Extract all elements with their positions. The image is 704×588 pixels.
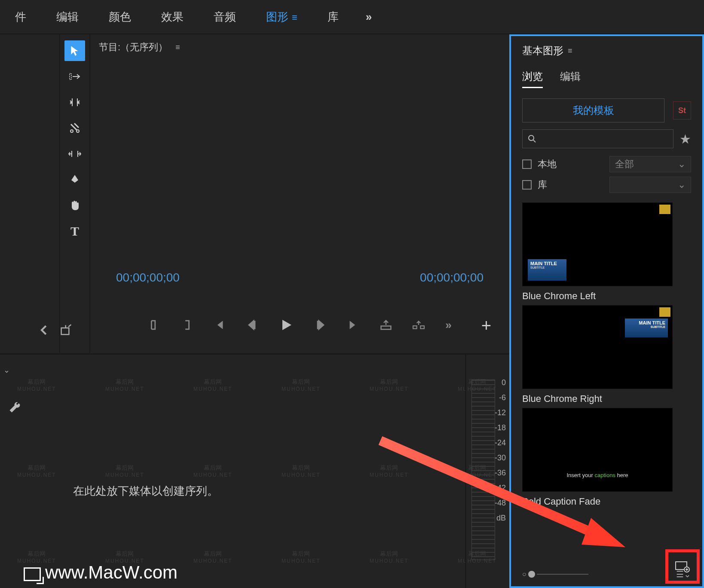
- monitor-icon: [24, 567, 41, 581]
- menu-libraries[interactable]: 库: [312, 9, 354, 24]
- template-thumbnail: MAIN TITLESUBTITLE: [522, 202, 673, 286]
- menu-overflow[interactable]: »: [354, 10, 385, 24]
- chevron-down-icon: ⌄: [678, 159, 686, 170]
- extract-icon[interactable]: [413, 319, 425, 331]
- panel-menu-icon[interactable]: ≡: [568, 46, 572, 55]
- timecode-left[interactable]: 00;00;00;00: [116, 271, 180, 285]
- add-transport-button[interactable]: +: [481, 316, 491, 335]
- site-watermark: www.MacW.com: [24, 562, 178, 583]
- svg-rect-4: [413, 326, 417, 328]
- svg-point-2: [77, 130, 79, 132]
- tab-edit[interactable]: 编辑: [560, 70, 581, 88]
- db-tick: -48: [495, 499, 506, 508]
- local-filter-dropdown[interactable]: 全部⌄: [609, 156, 691, 172]
- db-tick: -24: [495, 438, 506, 447]
- template-item[interactable]: MAIN TITLESUBTITLE Blue Chrome Right: [522, 305, 673, 404]
- menu-effects[interactable]: 效果: [146, 9, 199, 24]
- db-tick: -36: [495, 469, 506, 478]
- workspace-menu-icon[interactable]: ≡: [292, 12, 297, 23]
- timeline-drop-hint: 在此处放下媒体以创建序列。: [73, 484, 218, 499]
- search-icon: [528, 135, 536, 143]
- hand-tool[interactable]: [64, 195, 85, 216]
- timecode-right[interactable]: 00;00;00;00: [420, 271, 484, 285]
- pen-tool[interactable]: [64, 169, 85, 190]
- button-editor-more[interactable]: »: [445, 318, 451, 332]
- template-label: Blue Chrome Right: [522, 393, 673, 404]
- chevron-down-icon: ⌄: [678, 179, 686, 190]
- audio-meter-bar: [471, 380, 495, 560]
- settings-wrench-icon[interactable]: [9, 401, 21, 413]
- tab-browse[interactable]: 浏览: [522, 70, 543, 88]
- template-item[interactable]: Insert your captions here Bold Caption F…: [522, 408, 673, 507]
- text-warning-icon: [659, 307, 670, 317]
- template-label: Bold Caption Fade: [522, 496, 673, 507]
- db-tick: -6: [495, 393, 506, 402]
- nav-back-icon[interactable]: [39, 324, 51, 336]
- audio-meter-panel: 0 -6 -12 -18 -24 -30 -36 -42 -48 dB: [466, 355, 509, 588]
- text-warning-icon: [659, 205, 670, 214]
- svg-rect-6: [61, 328, 69, 334]
- menu-graphics[interactable]: 图形≡: [251, 9, 312, 24]
- menu-color[interactable]: 颜色: [94, 9, 146, 24]
- export-frame-icon[interactable]: [60, 324, 72, 336]
- search-field[interactable]: [540, 134, 668, 144]
- track-select-tool[interactable]: [64, 66, 85, 87]
- left-empty-panel: [0, 34, 60, 353]
- timeline-seq-dropdown[interactable]: ⌄: [3, 365, 10, 375]
- db-tick: 0: [495, 378, 506, 387]
- program-monitor: 节目:（无序列） ≡ 00;00;00;00 00;00;00;00: [90, 34, 509, 353]
- selection-tool[interactable]: [64, 40, 85, 61]
- mark-out-icon[interactable]: [181, 319, 193, 331]
- library-checkbox[interactable]: [522, 180, 532, 190]
- svg-rect-0: [70, 74, 71, 80]
- menu-assembly[interactable]: 件: [0, 9, 41, 24]
- template-label: Blue Chrome Left: [522, 291, 673, 302]
- svg-point-7: [529, 135, 534, 141]
- go-to-in-icon[interactable]: [213, 319, 225, 331]
- panel-menu-icon[interactable]: ≡: [175, 43, 180, 52]
- razor-tool[interactable]: [64, 118, 85, 138]
- step-forward-icon[interactable]: [315, 319, 327, 331]
- tools-panel: T: [60, 34, 90, 353]
- db-tick: -18: [495, 423, 506, 432]
- annotation-highlight: [665, 549, 700, 584]
- panel-title: 基本图形: [522, 44, 563, 58]
- ripple-edit-tool[interactable]: [64, 92, 85, 113]
- db-tick: -42: [495, 484, 506, 493]
- search-input[interactable]: [522, 129, 673, 148]
- play-icon[interactable]: [279, 317, 294, 333]
- svg-rect-3: [381, 326, 391, 330]
- menu-audio[interactable]: 音频: [199, 9, 251, 24]
- db-tick: -12: [495, 408, 506, 417]
- svg-rect-5: [421, 326, 425, 328]
- go-to-out-icon[interactable]: [347, 319, 359, 331]
- step-back-icon[interactable]: [246, 319, 258, 331]
- my-templates-button[interactable]: 我的模板: [522, 98, 664, 122]
- type-tool[interactable]: T: [64, 221, 85, 242]
- transport-controls: »: [90, 317, 509, 333]
- menu-edit[interactable]: 编辑: [41, 9, 94, 24]
- template-thumbnail: Insert your captions here: [522, 408, 673, 492]
- mark-in-icon[interactable]: [148, 319, 160, 331]
- filter-local-label: 本地: [538, 158, 557, 171]
- program-title: 节目:（无序列）: [99, 41, 168, 54]
- lift-icon[interactable]: [380, 319, 392, 331]
- template-thumbnail: MAIN TITLESUBTITLE: [522, 305, 673, 389]
- slip-tool[interactable]: [64, 144, 85, 164]
- filter-library-label: 库: [538, 178, 547, 191]
- install-template-icon[interactable]: [675, 560, 690, 573]
- db-tick: -30: [495, 453, 506, 462]
- thumbnail-zoom-slider[interactable]: ○: [522, 570, 588, 578]
- local-checkbox[interactable]: [522, 159, 532, 169]
- template-item[interactable]: MAIN TITLESUBTITLE Blue Chrome Left: [522, 202, 673, 302]
- favorites-star-icon[interactable]: ★: [680, 132, 691, 147]
- svg-point-1: [70, 130, 73, 132]
- top-menu-bar: 件 编辑 颜色 效果 音频 图形≡ 库 »: [0, 0, 704, 34]
- essential-graphics-panel: 基本图形 ≡ 浏览 编辑 我的模板 St ★ 本地 全部⌄ 库 ⌄: [509, 34, 704, 588]
- db-tick: dB: [495, 514, 506, 523]
- adobe-stock-icon[interactable]: St: [673, 101, 691, 119]
- timeline-panel[interactable]: ⌄ 在此处放下媒体以创建序列。: [0, 355, 466, 588]
- library-filter-dropdown[interactable]: ⌄: [609, 177, 691, 193]
